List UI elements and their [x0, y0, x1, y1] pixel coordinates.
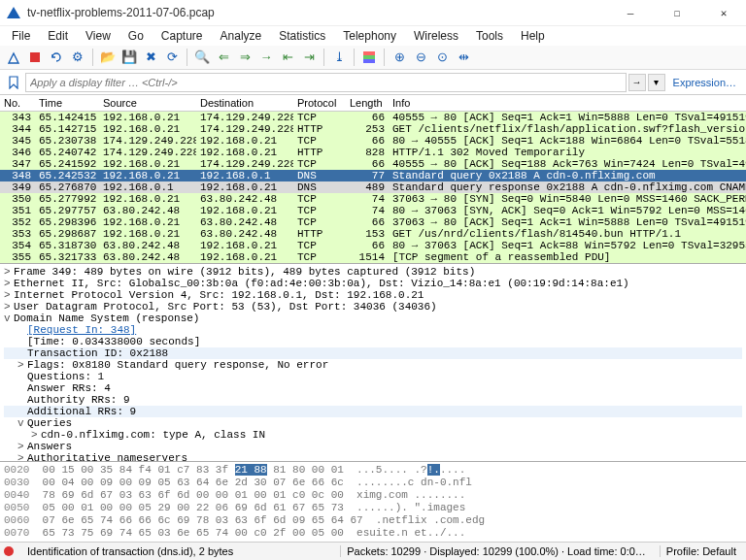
menu-go[interactable]: Go	[120, 27, 152, 45]
separator	[186, 49, 187, 66]
packet-row[interactable]: 35565.32173363.80.242.48192.168.0.21TCP1…	[0, 251, 746, 263]
expert-info-icon[interactable]	[4, 546, 14, 556]
detail-row[interactable]: >Frame 349: 489 bytes on wire (3912 bits…	[4, 266, 742, 278]
col-no[interactable]: No.	[0, 97, 35, 109]
hex-row[interactable]: 0050 05 00 01 00 00 05 29 00 22 06 69 6d…	[4, 502, 742, 514]
separator	[92, 49, 93, 66]
toolbar-zoomin-icon[interactable]: ⊕	[390, 48, 409, 67]
hex-row[interactable]: 0030 00 04 00 09 00 09 05 63 64 6e 2d 30…	[4, 477, 742, 489]
toolbar-close-icon[interactable]: ✖	[141, 48, 160, 67]
packet-details-pane[interactable]: >Frame 349: 489 bytes on wire (3912 bits…	[0, 263, 746, 460]
detail-row[interactable]: >Authoritative nameservers	[4, 452, 742, 460]
menu-wireless[interactable]: Wireless	[406, 27, 466, 45]
detail-row[interactable]: >Internet Protocol Version 4, Src: 192.1…	[4, 289, 742, 301]
packet-row[interactable]: 34365.142415192.168.0.21174.129.249.228T…	[0, 112, 746, 123]
svg-rect-0	[30, 52, 40, 62]
close-button[interactable]: ✕	[707, 2, 740, 23]
packet-row[interactable]: 35265.298396192.168.0.2163.80.242.48TCP6…	[0, 216, 746, 228]
hex-row[interactable]: 0060 07 6e 65 74 66 66 6c 69 78 03 63 6f…	[4, 514, 742, 527]
packet-row[interactable]: 34665.240742174.129.249.228192.168.0.21H…	[0, 147, 746, 158]
packet-row[interactable]: 34965.276870192.168.0.1192.168.0.21DNS48…	[0, 181, 746, 193]
menu-statistics[interactable]: Statistics	[271, 27, 333, 45]
filter-apply-icon[interactable]: →	[628, 74, 646, 91]
detail-row[interactable]: Questions: 1	[4, 371, 742, 382]
detail-row[interactable]: [Request In: 348]	[4, 324, 742, 336]
svg-rect-3	[363, 59, 375, 63]
menu-view[interactable]: View	[78, 27, 119, 45]
menu-tools[interactable]: Tools	[468, 27, 511, 45]
menu-capture[interactable]: Capture	[153, 27, 211, 45]
toolbar-jump-icon[interactable]: →	[256, 48, 276, 67]
menu-telephony[interactable]: Telephony	[335, 27, 404, 45]
toolbar-zoomout-icon[interactable]: ⊖	[411, 48, 430, 67]
menu-help[interactable]: Help	[513, 27, 553, 45]
detail-row[interactable]: Answer RRs: 4	[4, 382, 742, 394]
col-protocol[interactable]: Protocol	[293, 97, 346, 109]
col-source[interactable]: Source	[99, 97, 196, 109]
detail-row[interactable]: Additional RRs: 9	[4, 406, 742, 417]
toolbar-start-icon[interactable]	[4, 48, 23, 67]
maximize-button[interactable]: ☐	[661, 2, 694, 23]
toolbar-find-icon[interactable]: 🔍	[192, 48, 212, 67]
detail-row[interactable]: [Time: 0.034338000 seconds]	[4, 336, 742, 347]
status-packets: Packets: 10299 · Displayed: 10299 (100.0…	[340, 545, 652, 557]
minimize-button[interactable]: —	[614, 2, 647, 23]
toolbar-open-icon[interactable]: 📂	[98, 48, 118, 67]
toolbar-first-icon[interactable]: ⇤	[278, 48, 297, 67]
filter-history-icon[interactable]: ▾	[648, 74, 665, 91]
toolbar-zoom100-icon[interactable]: ⊙	[432, 48, 452, 67]
svg-rect-2	[363, 55, 375, 59]
col-length[interactable]: Length	[346, 97, 389, 109]
packet-list-header: No. Time Source Destination Protocol Len…	[0, 95, 746, 112]
packet-row[interactable]: 34765.241592192.168.0.21174.129.249.228T…	[0, 158, 746, 170]
detail-row[interactable]: vDomain Name System (response)	[4, 313, 742, 324]
packet-row[interactable]: 34565.230738174.129.249.228192.168.0.21T…	[0, 135, 746, 147]
packet-row[interactable]: 35165.29775763.80.242.48192.168.0.21TCP7…	[0, 205, 746, 216]
expression-button[interactable]: Expression…	[667, 75, 742, 90]
packet-row[interactable]: 35365.298687192.168.0.2163.80.242.48HTTP…	[0, 228, 746, 240]
toolbar-prev-icon[interactable]: ⇐	[214, 48, 233, 67]
toolbar-reload-icon[interactable]: ⟳	[162, 48, 182, 67]
detail-row[interactable]: >cdn-0.nflximg.com: type A, class IN	[4, 429, 742, 441]
packet-row[interactable]: 34465.142715192.168.0.21174.129.249.228H…	[0, 123, 746, 135]
toolbar-restart-icon[interactable]	[47, 48, 66, 67]
status-profile[interactable]: Profile: Default	[660, 545, 742, 557]
detail-row[interactable]: Transaction ID: 0x2188	[4, 347, 742, 359]
toolbar-stop-icon[interactable]	[25, 48, 45, 67]
detail-row[interactable]: Authority RRs: 9	[4, 394, 742, 406]
separator	[354, 49, 355, 66]
menu-file[interactable]: File	[4, 27, 38, 45]
col-time[interactable]: Time	[35, 97, 99, 109]
menu-analyze[interactable]: Analyze	[213, 27, 270, 45]
detail-row[interactable]: >Flags: 0x8180 Standard query response, …	[4, 359, 742, 371]
col-info[interactable]: Info	[389, 97, 746, 109]
toolbar-resize-icon[interactable]: ⇹	[454, 48, 473, 67]
toolbar-save-icon[interactable]: 💾	[119, 48, 139, 67]
titlebar: tv-netflix-problems-2011-07-06.pcap — ☐ …	[0, 0, 746, 26]
status-field-info: Identification of transaction (dns.id), …	[21, 545, 332, 557]
toolbar-colorize-icon[interactable]	[359, 48, 379, 67]
packet-row[interactable]: 34865.242532192.168.0.21192.168.0.1DNS77…	[0, 170, 746, 181]
hex-row[interactable]: 0070 65 73 75 69 74 65 03 6e 65 74 00 c0…	[4, 527, 742, 540]
packet-row[interactable]: 35065.277992192.168.0.2163.80.242.48TCP7…	[0, 193, 746, 205]
main-toolbar: ⚙ 📂 💾 ✖ ⟳ 🔍 ⇐ ⇒ → ⇤ ⇥ ⤓ ⊕ ⊖ ⊙ ⇹	[0, 46, 746, 70]
filter-toolbar: → ▾ Expression…	[0, 70, 746, 94]
toolbar-options-icon[interactable]: ⚙	[68, 48, 87, 67]
toolbar-autoscroll-icon[interactable]: ⤓	[329, 48, 349, 67]
hex-dump-pane[interactable]: 0020 00 15 00 35 84 f4 01 c7 83 3f 21 88…	[0, 461, 746, 542]
bookmark-icon[interactable]	[4, 73, 23, 92]
detail-row[interactable]: >Ethernet II, Src: Globalsc_00:3b:0a (f0…	[4, 278, 742, 289]
hex-row[interactable]: 0040 78 69 6d 67 03 63 6f 6d 00 00 01 00…	[4, 489, 742, 502]
detail-row[interactable]: >User Datagram Protocol, Src Port: 53 (5…	[4, 301, 742, 313]
display-filter-input[interactable]	[25, 73, 627, 92]
detail-row[interactable]: >Answers	[4, 441, 742, 452]
col-destination[interactable]: Destination	[196, 97, 293, 109]
detail-row[interactable]: vQueries	[4, 417, 742, 429]
packet-list[interactable]: 34365.142415192.168.0.21174.129.249.228T…	[0, 112, 746, 263]
toolbar-last-icon[interactable]: ⇥	[299, 48, 319, 67]
hex-row[interactable]: 0020 00 15 00 35 84 f4 01 c7 83 3f 21 88…	[4, 464, 742, 477]
menu-edit[interactable]: Edit	[40, 27, 76, 45]
packet-row[interactable]: 35465.31873063.80.242.48192.168.0.21TCP6…	[0, 240, 746, 251]
toolbar-next-icon[interactable]: ⇒	[235, 48, 254, 67]
separator	[323, 49, 324, 66]
